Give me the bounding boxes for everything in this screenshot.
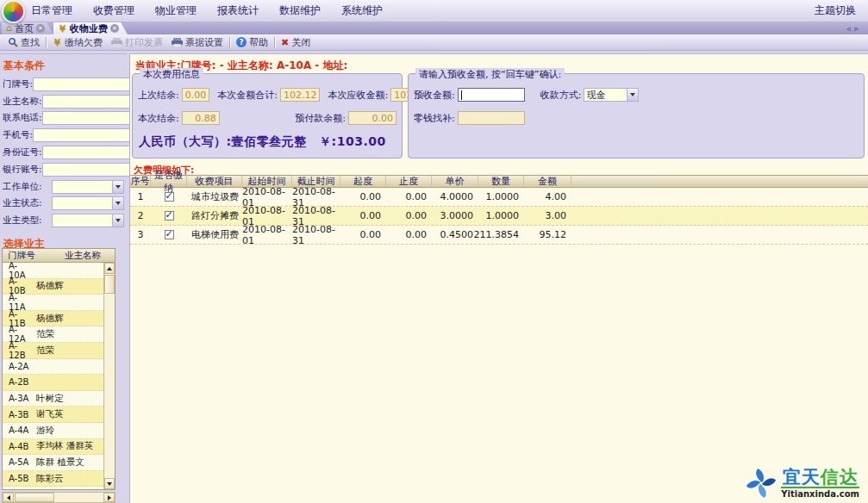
pay-method-select[interactable]: 现金 [584,88,639,102]
header-amount[interactable]: 金额 [524,176,571,187]
owner-header-door[interactable]: 门牌号 [3,250,41,262]
cell-qty: 1.0000 [478,188,524,206]
scroll-up-icon[interactable] [104,263,115,274]
field-row-bank-account: 银行账号: [3,161,124,178]
prepaid-balance-label: 预付款余额: [295,112,346,125]
fee-row-2: 本次结余: 0.88 预付款余额: 0.00 [133,111,402,125]
header-deg-to[interactable]: 止度 [386,176,432,187]
pay-arrears-button[interactable]: ￥ 缴纳欠费 [48,35,107,50]
prepay-row-1: 预收金额: 收款方式: 现金 [409,88,864,102]
cell-qty: 1.0000 [478,207,524,225]
menu-fee-management[interactable]: 收费管理 [93,3,134,18]
tab-collect-close-icon[interactable]: ✕ [110,24,119,33]
tab-scroll-arrows[interactable]: ◃▹ [846,24,863,33]
owner-header-name[interactable]: 业主名称 [41,250,115,262]
tab-collect-property-fee[interactable]: ￥ 收物业费 ✕ [53,22,128,34]
prepay-row-2: 零钱找补: [409,111,864,125]
help-label: 帮助 [249,36,268,49]
owner-row[interactable]: A-4B李均林 潘群英 [3,439,103,456]
owner-row[interactable]: A-2A [3,359,103,376]
receipt-settings-button[interactable]: 票据设置 [167,35,228,50]
owner-row[interactable]: A-6A郭礼宁 曾媚媚 [3,487,103,490]
tab-home[interactable]: ⌂ 首页 ✕ [2,22,53,34]
header-deg-from[interactable]: 起度 [340,176,386,187]
menu-system-maintenance[interactable]: 系统维护 [341,3,383,18]
cell-end: 2010-08-31 [292,207,340,225]
fee-collection-main: 当前业主:门牌号: - 业主名称: A-10A - 地址: 本次费用信息 上次结… [129,53,868,503]
brand-text: 宜天信达 Yitianxinda.com [781,468,859,499]
owner-type-select[interactable] [52,214,124,227]
horizontal-scroll-thumb[interactable] [15,493,54,502]
owner-status-select[interactable] [52,196,124,210]
brand-logo: 宜天信达 Yitianxinda.com [746,468,859,499]
cell-price: 4.0000 [432,188,478,206]
owner-name: 游玲 [34,425,103,437]
application-window: 日常管理 收费管理 物业管理 报表统计 数据维护 系统维护 主题切换 ⌂ 首页 … [0,0,868,503]
owner-row[interactable]: A-3A叶树定 [3,391,103,407]
checked-checkbox-icon[interactable] [165,230,174,239]
toolbar-separator [46,37,47,48]
detail-row[interactable]: 3 电梯使用费 2010-08-01 2010-08-31 0.00 0.00 … [130,226,868,245]
checked-checkbox-icon[interactable] [165,211,174,220]
cell-end: 2010-08-31 [292,226,340,244]
app-logo-icon [2,0,25,23]
home-icon: ⌂ [6,24,12,33]
scroll-left-icon[interactable] [3,493,14,502]
tab-scroll-right-icon[interactable]: ▹ [854,24,863,33]
theme-switch-button[interactable]: 主题切换 [815,3,856,18]
header-seq[interactable]: 序号 [130,176,151,187]
cell-amount: 95.12 [524,226,571,244]
chevron-down-icon[interactable] [112,197,123,209]
detail-row[interactable]: 2 路灯分摊费 2010-08-01 2010-08-31 0.00 0.00 … [130,207,868,226]
owner-row[interactable]: A-3B谢飞英 [3,407,103,423]
change-input[interactable] [458,111,525,125]
field-row-id-number: 身份证号: [3,144,124,161]
tab-home-close-icon[interactable]: ✕ [36,24,45,33]
field-row-door-number: 门牌号: [3,76,124,93]
work-unit-select[interactable] [52,180,124,194]
header-pay[interactable]: 是否缴纳 [151,176,187,187]
find-button[interactable]: 查找 [3,35,44,50]
menu-bar: 日常管理 收费管理 物业管理 报表统计 数据维护 系统维护 主题切换 [0,0,868,22]
vertical-scroll-thumb[interactable] [104,275,115,294]
owner-door: A-2A [3,362,34,371]
header-price[interactable]: 单价 [432,176,478,187]
chevron-down-icon[interactable] [112,181,123,193]
owner-name: 杨德辉 [34,280,103,292]
chevron-down-icon[interactable] [627,89,638,101]
brand-domain: Yitianxinda.com [781,487,859,499]
close-label: 关闭 [291,36,310,49]
brand-name-green: 信达 [821,467,859,487]
menu-daily-management[interactable]: 日常管理 [31,3,72,18]
current-balance-value: 0.88 [182,111,220,125]
owner-row[interactable]: A-2B [3,375,103,391]
cell-deg-to: 0.00 [386,188,432,206]
checked-checkbox-icon[interactable] [165,192,174,202]
owner-table-vertical-scrollbar[interactable] [103,263,115,489]
cell-pay [151,188,187,206]
owner-row[interactable]: A-5B陈彩云 [3,471,103,487]
receivable-label: 本次应收金额: [328,89,388,102]
prepay-legend: 请输入预收金额, 按“回车键”确认: [415,68,565,81]
help-button[interactable]: ? 帮助 [232,35,272,50]
field-row-owner-type: 业主类型: [3,212,124,229]
scroll-down-icon[interactable] [104,478,115,489]
header-item[interactable]: 收费项目 [187,176,242,187]
menu-data-maintenance[interactable]: 数据维护 [279,3,321,18]
scroll-right-icon[interactable] [103,493,115,502]
menu-report-statistics[interactable]: 报表统计 [217,3,259,18]
phone-label: 联系电话: [3,112,42,124]
close-button[interactable]: ✖ 关闭 [277,35,315,50]
mobile-label: 手机号: [3,129,33,141]
menu-property-management[interactable]: 物业管理 [155,3,197,18]
owner-row[interactable]: A-4A游玲 [3,423,103,439]
header-qty[interactable]: 数量 [478,176,524,187]
owner-name: 郭礼宁 曾媚媚 [34,488,103,490]
prepay-amount-input[interactable] [458,88,525,102]
chevron-down-icon[interactable] [112,214,123,227]
detail-row[interactable]: 1 城市垃圾费 2010-08-01 2010-08-31 0.00 0.00 … [130,188,868,207]
owner-row[interactable]: A-12B范荣 [3,343,103,359]
owner-row[interactable]: A-5A陈群 植景文 [3,455,103,471]
owner-table-horizontal-scrollbar[interactable] [2,492,116,503]
arrears-detail-table: 序号 是否缴纳 收费项目 起始时间 截止时间 起度 止度 单价 数量 金额 1 … [130,175,868,245]
